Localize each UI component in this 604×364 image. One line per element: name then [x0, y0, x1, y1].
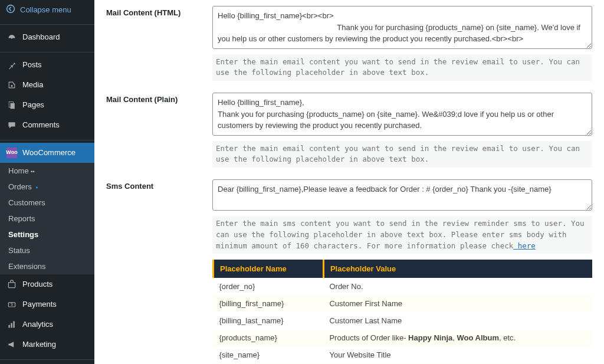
menu-label: Products: [22, 280, 52, 290]
pin-icon: [6, 59, 18, 71]
submenu-status[interactable]: Status: [0, 242, 94, 258]
placeholder-name-cell: {billing_first_name}: [214, 295, 324, 312]
here-link[interactable]: here: [513, 241, 536, 250]
analytics-icon: [6, 319, 18, 330]
table-row: {site_name}Your Website Title: [214, 346, 593, 363]
placeholder-value-cell: Products of Order like- Happy Ninja, Woo…: [323, 329, 592, 346]
sms-content-label: Sms Content: [106, 179, 212, 191]
menu-posts[interactable]: Posts: [0, 55, 94, 75]
menu-label: Posts: [22, 60, 42, 70]
mail-html-description: Enter the main email content you want to…: [212, 54, 592, 81]
orders-badge-icon: 🔹: [34, 185, 40, 191]
menu-label: Comments: [22, 120, 60, 130]
menu-woocommerce[interactable]: Woo WooCommerce: [0, 143, 94, 163]
submenu-settings[interactable]: Settings: [0, 227, 94, 242]
placeholder-table: Placeholder Name Placeholder Value {orde…: [212, 260, 592, 364]
menu-products[interactable]: Products: [0, 274, 94, 294]
table-row: {order_no}Order No.: [214, 278, 593, 295]
menu-comments[interactable]: Comments: [0, 115, 94, 135]
mail-plain-textarea[interactable]: [212, 93, 592, 136]
svg-rect-9: [11, 323, 12, 328]
menu-marketing[interactable]: Marketing: [0, 335, 94, 355]
menu-label: Dashboard: [22, 32, 60, 42]
menu-label: Payments: [22, 300, 57, 310]
placeholder-name-cell: {products_name}: [214, 329, 324, 346]
products-icon: [6, 278, 18, 290]
menu-label: WooCommerce: [22, 148, 76, 158]
menu-payments[interactable]: $ Payments: [0, 294, 94, 314]
submenu-orders[interactable]: Orders 🔹: [0, 179, 94, 195]
collapse-label: Collapse menu: [20, 5, 71, 14]
menu-media[interactable]: Media: [0, 75, 94, 95]
placeholder-value-cell: Order No.: [323, 278, 592, 295]
submenu-home[interactable]: Home ••: [0, 163, 94, 179]
menu-label: Marketing: [22, 340, 56, 350]
svg-point-1: [11, 37, 12, 38]
svg-rect-4: [11, 103, 15, 109]
placeholder-value-cell: Customer Last Name: [323, 312, 592, 329]
submenu-customers[interactable]: Customers: [0, 195, 94, 211]
sms-description: Enter the main sms content you want to s…: [212, 216, 592, 254]
sms-content-textarea[interactable]: [212, 179, 592, 211]
svg-point-0: [7, 5, 15, 13]
table-row: {billing_first_name}Customer First Name: [214, 295, 593, 312]
menu-pages[interactable]: Pages: [0, 95, 94, 115]
woocommerce-submenu: Home •• Orders 🔹 Customers Reports Setti…: [0, 163, 94, 274]
mail-plain-label: Mail Content (Plain): [106, 93, 212, 104]
table-row: {billing_last_name}Customer Last Name: [214, 312, 593, 329]
media-icon: [6, 79, 18, 91]
svg-text:$: $: [11, 302, 13, 306]
svg-rect-8: [8, 325, 9, 328]
menu-label: Analytics: [22, 320, 53, 330]
submenu-reports[interactable]: Reports: [0, 211, 94, 227]
woocommerce-icon: Woo: [6, 147, 18, 159]
dashboard-icon: [6, 31, 18, 43]
svg-rect-5: [8, 283, 15, 288]
menu-label: Media: [22, 80, 43, 90]
mail-plain-description: Enter the main email content you want to…: [212, 141, 592, 168]
table-row: {products_name}Products of Order like- H…: [214, 329, 593, 346]
mail-html-textarea[interactable]: [212, 6, 592, 49]
collapse-menu[interactable]: Collapse menu: [0, 0, 94, 19]
placeholder-name-cell: {billing_last_name}: [214, 312, 324, 329]
placeholder-value-cell: Your Website Title: [323, 346, 592, 363]
placeholder-name-cell: {order_no}: [214, 278, 324, 295]
menu-label: Pages: [22, 100, 44, 110]
svg-point-2: [11, 85, 12, 87]
placeholder-name-cell: {site_name}: [214, 346, 324, 363]
menu-analytics[interactable]: Analytics: [0, 314, 94, 335]
menu-dashboard[interactable]: Dashboard: [0, 27, 94, 47]
payments-icon: $: [6, 299, 18, 310]
svg-rect-10: [13, 321, 14, 327]
admin-sidebar: Collapse menu Dashboard Posts Media Page…: [0, 0, 94, 364]
mail-html-label: Mail Content (HTML): [106, 6, 212, 17]
th-placeholder-value: Placeholder Value: [323, 260, 592, 278]
home-badge-icon: ••: [31, 169, 34, 175]
placeholder-value-cell: Customer First Name: [323, 295, 592, 312]
collapse-icon: [6, 4, 15, 15]
page-icon: [6, 99, 18, 111]
comment-icon: [6, 119, 18, 131]
main-content: Mail Content (HTML) Enter the main email…: [94, 0, 604, 364]
submenu-extensions[interactable]: Extensions: [0, 258, 94, 274]
marketing-icon: [6, 339, 18, 350]
th-placeholder-name: Placeholder Name: [214, 260, 324, 278]
